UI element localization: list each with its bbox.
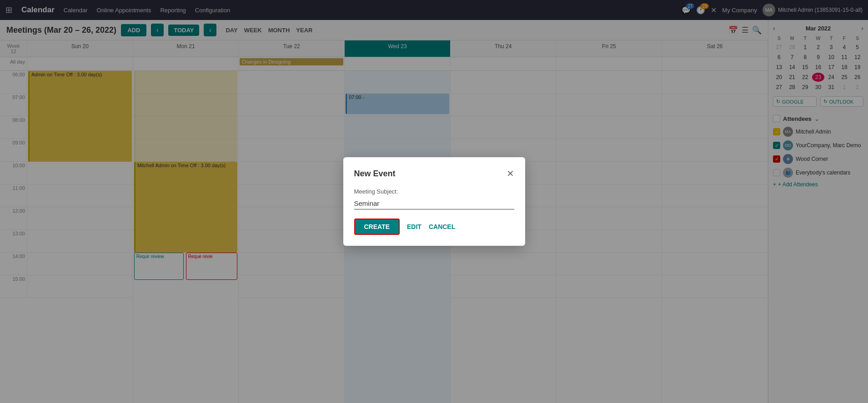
modal-header: New Event ✕ <box>354 168 514 179</box>
modal-actions: CREATE EDIT CANCEL <box>354 219 514 235</box>
cancel-button[interactable]: CANCEL <box>429 223 455 230</box>
create-button[interactable]: CREATE <box>354 219 400 235</box>
modal-title: New Event <box>354 169 396 179</box>
edit-button[interactable]: EDIT <box>407 223 421 230</box>
modal-overlay[interactable]: New Event ✕ Meeting Subject: CREATE EDIT… <box>0 0 868 403</box>
meeting-subject-input[interactable] <box>354 198 514 209</box>
new-event-modal: New Event ✕ Meeting Subject: CREATE EDIT… <box>343 157 525 246</box>
modal-field: Meeting Subject: <box>354 188 514 209</box>
modal-field-label: Meeting Subject: <box>354 188 514 195</box>
modal-close-button[interactable]: ✕ <box>507 168 514 179</box>
